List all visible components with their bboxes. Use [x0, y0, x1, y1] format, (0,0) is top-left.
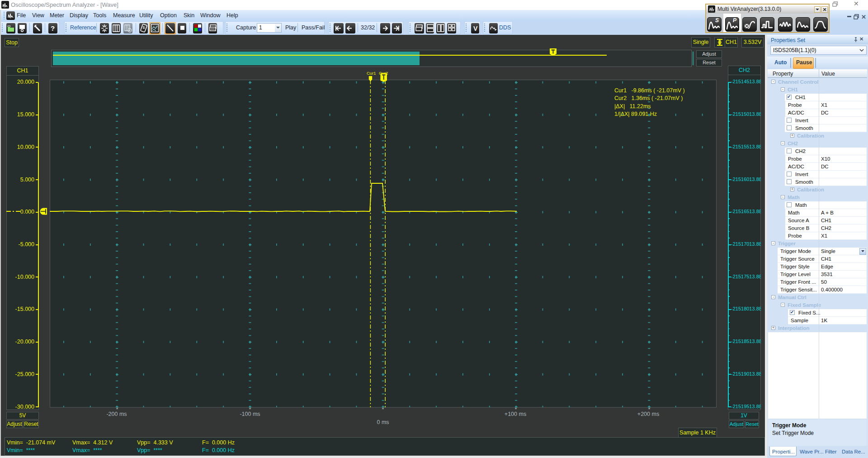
- svg-text:1/|ΔX| 89.091 Hz: 1/|ΔX| 89.091 Hz: [614, 111, 657, 117]
- svg-text:?: ?: [51, 24, 55, 32]
- svg-text:Cur1: Cur1: [367, 71, 376, 76]
- svg-text:Cur2 1.36ms ( -21.07mV ): Cur2 1.36ms ( -21.07mV ): [614, 95, 683, 101]
- svg-text:|ΔX| 11.22ms: |ΔX| 11.22ms: [614, 103, 651, 110]
- svg-text:Cur1 -9.86ms ( -21.07mV ): Cur1 -9.86ms ( -21.07mV ): [614, 87, 685, 94]
- svg-text:V: V: [473, 25, 478, 32]
